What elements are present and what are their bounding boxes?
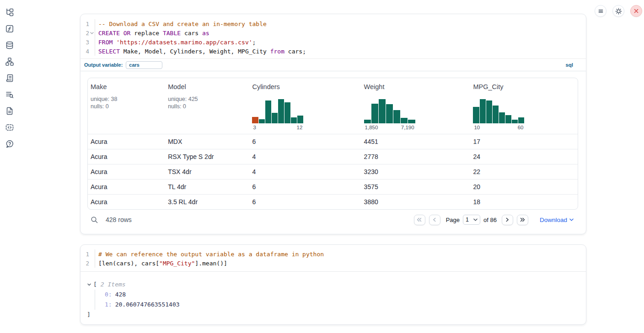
histogram-bar[interactable] <box>518 117 524 123</box>
code-line: 2 CREATE OR replace TABLE cars as <box>80 28 586 37</box>
python-cell: 1 # We can reference the output variable… <box>80 244 586 325</box>
sidebar-dependencies-button[interactable] <box>5 57 15 67</box>
table-row[interactable]: Acura MDX 6 4451 17 <box>88 134 578 149</box>
python-cell-output: [ 2 Items 0:428 1:20.060747663551403 ] <box>80 272 586 320</box>
row-count: 428 rows <box>106 216 132 223</box>
page-select[interactable]: 1 <box>463 215 480 225</box>
last-page-button[interactable] <box>517 215 528 225</box>
fold-chevron-icon[interactable] <box>89 32 95 34</box>
code-snippets-icon <box>5 123 14 132</box>
line-number: 1 <box>80 251 89 258</box>
page-select-value: 1 <box>466 217 469 223</box>
sql-comment: -- Download a CSV and create an in-memor… <box>98 21 267 27</box>
histogram-bar[interactable] <box>265 100 271 123</box>
chevron-right-icon <box>504 217 510 223</box>
code-line: 1 -- Download a CSV and create an in-mem… <box>80 19 586 28</box>
python-string: "MPG_City" <box>159 260 195 267</box>
search-icon[interactable] <box>91 216 98 224</box>
histogram-bar[interactable] <box>505 115 511 123</box>
sql-cell-output: Make unique: 38 nulls: 0 Model unique: 4… <box>80 71 586 230</box>
download-button[interactable]: Download <box>537 216 576 224</box>
line-number: 2 <box>80 30 89 37</box>
first-page-button[interactable] <box>414 215 425 225</box>
network-icon <box>5 58 14 66</box>
column-title: Cylinders <box>252 83 357 90</box>
next-page-button[interactable] <box>502 215 513 225</box>
histogram-bar[interactable] <box>401 118 408 123</box>
items-count-label: 2 Items <box>101 280 126 290</box>
close-bracket: ] <box>87 311 91 318</box>
histogram-bar[interactable] <box>386 104 393 123</box>
histogram-bar[interactable] <box>297 116 303 123</box>
function-square-icon <box>5 25 14 33</box>
prev-page-button[interactable] <box>429 215 440 225</box>
histogram-bar[interactable] <box>278 99 284 123</box>
histogram-bar[interactable] <box>259 119 265 123</box>
list-index: 0: <box>105 291 112 298</box>
chevron-down-icon <box>473 218 478 221</box>
column-header-weight[interactable]: Weight 1,850 7,19 <box>361 78 471 134</box>
histogram-bar[interactable] <box>408 120 415 123</box>
window-controls <box>595 5 642 17</box>
python-code-editor[interactable]: 1 # We can reference the output variable… <box>80 245 586 272</box>
page-count-label: of 86 <box>483 217 497 223</box>
data-table: Make unique: 38 nulls: 0 Model unique: 4… <box>87 78 578 210</box>
line-number: 3 <box>80 39 89 46</box>
sidebar-scratchpad-button[interactable] <box>5 73 15 83</box>
histogram-bar[interactable] <box>493 106 499 123</box>
collapse-chevron-icon[interactable] <box>87 282 91 287</box>
sidebar-file-explorer-button[interactable] <box>5 7 15 17</box>
column-stats: unique: 38 nulls: 0 <box>91 95 161 110</box>
output-variable-label: Output variable: <box>84 62 123 68</box>
code-line: 2 [len(cars), cars["MPG_City"].mean()] <box>80 259 586 268</box>
column-header-cylinders[interactable]: Cylinders 3 <box>249 78 361 134</box>
column-header-model[interactable]: Model unique: 425 nulls: 0 <box>165 78 249 134</box>
histogram-bar[interactable] <box>512 120 518 123</box>
table-header-row: Make unique: 38 nulls: 0 Model unique: 4… <box>88 78 578 134</box>
list-value: 428 <box>115 291 126 298</box>
output-variable-input[interactable] <box>126 61 162 69</box>
sidebar-variables-button[interactable] <box>5 24 15 34</box>
histogram-bar[interactable] <box>272 113 278 123</box>
histogram-bar[interactable] <box>486 100 492 123</box>
histogram-bar[interactable] <box>393 110 400 123</box>
column-title: Make <box>91 83 161 90</box>
column-header-mpg-city[interactable]: MPG_City 10 <box>470 78 578 134</box>
list-item: 1:20.060747663551403 <box>105 300 586 310</box>
sidebar-documentation-button[interactable] <box>5 106 15 116</box>
sidebar-datasources-button[interactable] <box>5 40 15 50</box>
histogram-bar[interactable] <box>284 102 290 123</box>
shutdown-button[interactable] <box>630 5 642 17</box>
table-row[interactable]: Acura RSX Type S 2dr 4 2778 24 <box>88 149 578 164</box>
column-title: Model <box>168 83 246 90</box>
histogram-bar[interactable] <box>291 117 297 123</box>
close-icon <box>632 7 640 15</box>
histogram-bar[interactable] <box>252 117 258 123</box>
sidebar-logs-button[interactable] <box>5 90 15 100</box>
histogram-bar[interactable] <box>364 120 371 123</box>
chevrons-left-icon <box>416 217 423 223</box>
histogram-bar[interactable] <box>473 107 479 123</box>
sidebar-snippets-button[interactable] <box>5 122 15 132</box>
histogram-bar[interactable] <box>499 112 505 123</box>
histogram-bar[interactable] <box>480 99 486 123</box>
settings-button[interactable] <box>612 5 624 17</box>
chevron-left-icon <box>431 217 438 223</box>
sql-code-editor[interactable]: 1 -- Download a CSV and create an in-mem… <box>80 14 586 58</box>
table-row[interactable]: Acura TSX 4dr 4 3230 22 <box>88 164 578 179</box>
code-line: 1 # We can reference the output variable… <box>80 249 586 259</box>
hist-max-label: 7,190 <box>401 125 414 130</box>
histogram-bar[interactable] <box>371 104 378 123</box>
histogram-weight: 1,850 7,190 <box>364 99 415 130</box>
list-value: 20.060747663551403 <box>115 301 180 308</box>
table-row[interactable]: Acura 3.5 RL 4dr 6 3880 18 <box>88 194 578 209</box>
open-bracket: [ <box>93 280 97 290</box>
table-row[interactable]: Acura TL 4dr 6 3575 20 <box>88 179 578 194</box>
menu-button[interactable] <box>595 5 606 17</box>
code-line: 3 FROM 'https://datasets.marimo.app/cars… <box>80 37 586 47</box>
sidebar-help-button[interactable] <box>5 139 15 149</box>
column-header-make[interactable]: Make unique: 38 nulls: 0 <box>88 78 165 134</box>
histogram-bar[interactable] <box>379 99 386 123</box>
hist-min-label: 3 <box>253 125 256 130</box>
list-index: 1: <box>105 301 112 308</box>
